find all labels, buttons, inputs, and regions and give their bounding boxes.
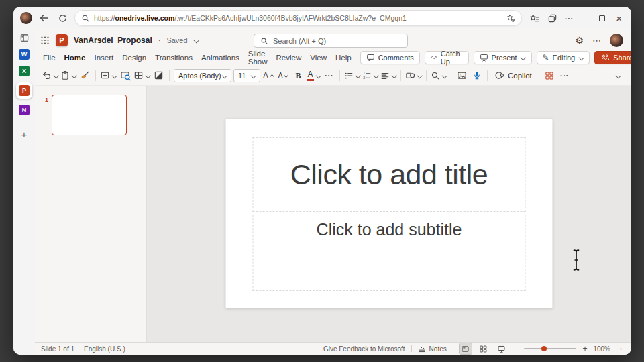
- present-button[interactable]: Present: [474, 51, 532, 64]
- microphone-icon: [472, 70, 482, 80]
- powerpoint-app-icon[interactable]: P: [19, 85, 30, 96]
- ribbon-divider: [95, 70, 96, 81]
- tab-view[interactable]: View: [310, 54, 327, 62]
- reuse-slides-button[interactable]: [119, 68, 131, 84]
- dictate-button[interactable]: [470, 68, 483, 84]
- maximize-icon[interactable]: [599, 12, 605, 24]
- document-title[interactable]: VanArsdel_Proposal: [74, 36, 152, 45]
- tab-transitions[interactable]: Transitions: [155, 54, 193, 62]
- font-size-select[interactable]: 11: [233, 69, 260, 82]
- numbering-button[interactable]: 12: [362, 68, 378, 84]
- zoom-in-button[interactable]: +: [582, 345, 587, 353]
- add-app-icon[interactable]: +: [21, 129, 28, 139]
- zoom-slider-knob[interactable]: [541, 346, 547, 351]
- tab-insert[interactable]: Insert: [94, 54, 113, 62]
- undo-button[interactable]: [42, 68, 58, 84]
- tab-animations[interactable]: Animations: [201, 54, 239, 62]
- favorites-icon[interactable]: [528, 12, 540, 24]
- collections-icon[interactable]: [546, 12, 558, 24]
- catch-up-button[interactable]: Catch Up: [425, 51, 469, 64]
- tab-design[interactable]: Design: [122, 54, 146, 62]
- picture-button[interactable]: [455, 68, 468, 84]
- save-status-chevron-icon[interactable]: [194, 38, 199, 43]
- font-color-button[interactable]: A: [307, 68, 321, 84]
- refresh-icon[interactable]: [56, 12, 68, 24]
- shapes-chevron-icon: [417, 73, 422, 78]
- onenote-app-icon[interactable]: N: [19, 105, 30, 115]
- powerpoint-logo-icon[interactable]: P: [56, 34, 68, 46]
- feedback-link[interactable]: Give Feedback to Microsoft: [323, 345, 405, 353]
- align-button[interactable]: [380, 68, 396, 84]
- slide-thumbnail-row: 1: [35, 95, 146, 135]
- new-slide-button[interactable]: [100, 68, 117, 84]
- tab-help[interactable]: Help: [335, 54, 352, 62]
- paste-button[interactable]: [60, 68, 76, 84]
- account-avatar[interactable]: [610, 34, 623, 47]
- new-slide-chevron-icon: [111, 73, 117, 78]
- search-box[interactable]: Search (Alt + Q): [254, 34, 408, 48]
- comments-button[interactable]: Comments: [360, 51, 420, 64]
- bold-button[interactable]: B: [292, 68, 305, 84]
- ribbon-more-button[interactable]: ⋯: [558, 68, 571, 84]
- tab-review[interactable]: Review: [276, 54, 302, 62]
- slide-sorter-view-button[interactable]: [478, 343, 490, 354]
- copilot-button[interactable]: Copilot: [492, 70, 535, 80]
- header-more-icon[interactable]: ⋯: [592, 36, 601, 45]
- grow-font-button[interactable]: A: [262, 68, 275, 84]
- add-ins-button[interactable]: [543, 68, 556, 84]
- title-placeholder[interactable]: Click to add title: [253, 137, 526, 212]
- zoom-out-button[interactable]: –: [514, 345, 519, 353]
- ribbon-divider: [487, 70, 488, 81]
- bullets-button[interactable]: [344, 68, 360, 84]
- zoom-slider[interactable]: [524, 348, 576, 349]
- close-icon[interactable]: ×: [616, 13, 622, 23]
- tab-file[interactable]: File: [43, 54, 56, 62]
- zoom-level[interactable]: 100%: [593, 345, 610, 353]
- slideshow-view-button[interactable]: [496, 343, 508, 354]
- share-button[interactable]: Share: [594, 51, 631, 64]
- tab-slide-show[interactable]: Slide Show: [248, 50, 268, 66]
- word-app-icon[interactable]: W: [19, 49, 30, 60]
- font-name-chevron-icon: [221, 73, 227, 78]
- slide-number: 1: [42, 95, 48, 135]
- font-name-select[interactable]: Aptos (Body): [174, 69, 231, 82]
- sidebar-pane-icon[interactable]: [19, 33, 30, 43]
- table-icon: [133, 70, 144, 80]
- address-bar[interactable]: https://onedrive.live.com/:w:/t/EaCKkPs6…: [74, 10, 522, 26]
- save-status[interactable]: Saved: [166, 36, 187, 44]
- align-chevron-icon: [391, 73, 396, 78]
- editing-button[interactable]: ✎ Editing: [537, 51, 590, 64]
- shrink-font-button[interactable]: A: [277, 68, 290, 84]
- undo-icon: [42, 70, 52, 80]
- designer-button[interactable]: [152, 68, 165, 84]
- more-font-options-button[interactable]: ⋯: [323, 68, 335, 84]
- shapes-button[interactable]: [405, 68, 422, 84]
- normal-view-button[interactable]: [460, 343, 472, 354]
- collapse-ribbon-button[interactable]: [612, 68, 625, 84]
- excel-app-icon[interactable]: X: [19, 66, 30, 76]
- settings-gear-icon[interactable]: ⚙: [575, 36, 584, 45]
- slide-editor[interactable]: Click to add title Click to add subtitle: [226, 119, 553, 308]
- subtitle-placeholder[interactable]: Click to add subtitle: [253, 215, 526, 291]
- wave-icon: [431, 54, 437, 62]
- powerpoint-app-icon-active[interactable]: P: [16, 82, 32, 99]
- shrink-font-icon: [284, 74, 288, 78]
- tab-home[interactable]: Home: [64, 54, 86, 62]
- back-icon[interactable]: [38, 12, 50, 24]
- format-painter-button[interactable]: [78, 68, 91, 84]
- ribbon-divider: [539, 70, 539, 81]
- notes-button[interactable]: Notes: [418, 345, 447, 353]
- app-launcher-icon[interactable]: [40, 36, 50, 45]
- table-button[interactable]: [133, 68, 150, 84]
- fit-to-window-button[interactable]: [616, 345, 625, 353]
- picture-icon: [457, 70, 467, 80]
- minimize-icon[interactable]: [582, 12, 588, 24]
- status-bar-right: Give Feedback to Microsoft Notes: [323, 343, 625, 354]
- add-favorite-icon[interactable]: [506, 13, 515, 23]
- slide-thumbnail-selected[interactable]: [52, 95, 127, 135]
- find-button[interactable]: [431, 68, 447, 84]
- browser-more-icon[interactable]: ⋯: [564, 14, 573, 23]
- language-status[interactable]: English (U.S.): [84, 345, 125, 353]
- rail-divider: [19, 123, 29, 123]
- browser-profile-avatar[interactable]: [20, 12, 32, 24]
